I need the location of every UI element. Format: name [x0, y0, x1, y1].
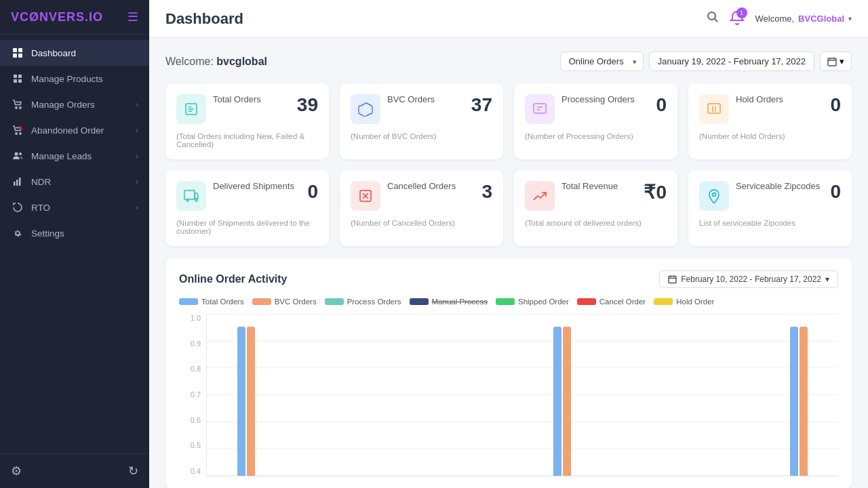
username-label: BVCGlobal	[798, 14, 844, 24]
y-axis-label: 0.8	[179, 365, 201, 373]
user-menu[interactable]: Welcome, BVCGlobal ▾	[755, 14, 852, 24]
stat-label-bvc-orders: BVC Orders	[387, 94, 471, 104]
stat-card-serviceable-zipcodes[interactable]: Serviceable Zipcodes 0 List of serviceab…	[688, 170, 852, 246]
legend-dot	[252, 298, 271, 305]
chart-date-button[interactable]: February 10, 2022 - February 17, 2022 ▾	[659, 270, 838, 288]
svg-rect-5	[18, 75, 22, 78]
sidebar-item-abandoned-order[interactable]: Abandoned Order ›	[0, 117, 149, 143]
legend-dot	[654, 298, 673, 305]
stat-card-cancelled-orders[interactable]: Cancelled Orders 3 (Number of Cancelled …	[340, 170, 503, 246]
manage-leads-icon	[11, 150, 24, 161]
chart-date-range-text: February 10, 2022 - February 17, 2022	[681, 274, 821, 284]
stat-card-delivered-shipments[interactable]: Delivered Shipments 0 (Number of Shipmen…	[165, 170, 329, 246]
sidebar-item-label: RTO	[31, 203, 136, 213]
sidebar-item-manage-leads[interactable]: Manage Leads ›	[0, 143, 149, 169]
ndr-arrow: ›	[136, 178, 138, 186]
footer-refresh-icon[interactable]: ↻	[128, 464, 138, 479]
sidebar: VCØNVERS.IO ☰ Dashboard Manage Products …	[0, 0, 149, 488]
svg-rect-7	[18, 79, 22, 83]
stat-card-top: Total Orders 39	[176, 94, 318, 124]
stat-value-total-orders: 39	[297, 94, 318, 116]
stats-grid: Total Orders 39 (Total Orders including …	[165, 83, 852, 246]
rto-arrow: ›	[136, 203, 138, 211]
chart-legend: Total OrdersBVC OrdersProcess OrdersManu…	[179, 298, 838, 306]
legend-dot	[325, 298, 344, 305]
y-axis-label: 0.9	[179, 340, 201, 348]
svg-point-8	[16, 107, 17, 108]
ndr-icon	[11, 176, 24, 187]
abandoned-order-icon	[11, 125, 24, 136]
stat-card-bvc-orders[interactable]: BVC Orders 37 (Number of BVC Orders)	[340, 83, 503, 159]
y-axis-label: 0.5	[179, 441, 201, 449]
hamburger-icon[interactable]: ☰	[127, 9, 138, 24]
svg-rect-3	[18, 54, 22, 58]
stat-value-processing-orders: 0	[656, 94, 667, 116]
order-type-select[interactable]: Online Orders All Orders	[560, 52, 644, 71]
sidebar-item-manage-orders[interactable]: Manage Orders ›	[0, 92, 149, 117]
welcome-username: bvcglobal	[216, 56, 267, 67]
order-type-dropdown[interactable]: Online Orders All Orders	[560, 52, 644, 71]
footer-settings-icon[interactable]: ⚙	[11, 464, 22, 479]
abandoned-order-arrow: ›	[136, 126, 138, 134]
manage-products-icon	[11, 73, 24, 84]
stat-icon-total-revenue	[525, 181, 555, 211]
stat-card-processing-orders[interactable]: Processing Orders 0 (Number of Processin…	[514, 83, 677, 159]
calendar-button[interactable]: ▾	[820, 52, 852, 71]
notification-bell[interactable]: 1	[730, 10, 745, 28]
date-range-display: January 19, 2022 - February 17, 2022	[649, 52, 814, 71]
legend-item: Manual Process	[410, 298, 488, 306]
legend-dot	[577, 298, 596, 305]
svg-rect-21	[828, 58, 836, 66]
sidebar-item-manage-products[interactable]: Manage Products	[0, 66, 149, 92]
sidebar-item-dashboard[interactable]: Dashboard	[0, 40, 149, 66]
svg-rect-34	[669, 276, 676, 283]
stat-icon-hold-orders	[699, 94, 729, 124]
stat-card-total-orders[interactable]: Total Orders 39 (Total Orders including …	[165, 83, 329, 159]
bar-group	[760, 314, 838, 476]
chart-area: 1.00.90.80.70.60.50.4	[179, 314, 838, 476]
stat-desc-delivered-shipments: (Number of Shipments delivered to the cu…	[176, 219, 318, 235]
search-icon[interactable]	[707, 11, 719, 26]
legend-item: Process Orders	[325, 298, 401, 306]
rto-icon	[11, 202, 24, 213]
y-axis-label: 0.6	[179, 416, 201, 424]
bar-bvc	[800, 327, 808, 476]
legend-label: Shipped Order	[518, 298, 569, 306]
stat-label-total-revenue: Total Revenue	[561, 181, 644, 191]
date-range-text: January 19, 2022 - February 17, 2022	[658, 56, 806, 66]
stat-desc-hold-orders: (Number of Hold Orders)	[699, 132, 841, 140]
svg-point-15	[19, 152, 22, 155]
legend-dot	[179, 298, 198, 305]
chart-y-axis: 1.00.90.80.70.60.50.4	[179, 314, 201, 476]
legend-label: Total Orders	[201, 298, 244, 306]
legend-item: Shipped Order	[496, 298, 569, 306]
stat-desc-serviceable-zipcodes: List of serviceable Zipcodes	[699, 219, 841, 227]
sidebar-item-rto[interactable]: RTO ›	[0, 195, 149, 220]
stat-icon-total-orders	[176, 94, 206, 124]
sidebar-item-label: Abandoned Order	[31, 125, 136, 136]
stat-card-top: Hold Orders 0	[699, 94, 841, 124]
svg-rect-27	[708, 104, 720, 113]
svg-line-20	[715, 19, 717, 22]
stat-card-total-revenue[interactable]: Total Revenue ₹0 (Total amount of delive…	[514, 170, 677, 246]
stat-icon-cancelled-orders	[351, 181, 380, 211]
stat-desc-total-revenue: (Total amount of delivered orders)	[525, 219, 667, 227]
sidebar-item-ndr[interactable]: NDR ›	[0, 169, 149, 195]
legend-label: Cancel Order	[599, 298, 646, 306]
bar-group	[365, 314, 443, 476]
svg-rect-6	[14, 79, 17, 83]
stat-icon-delivered-shipments	[176, 181, 206, 211]
stat-card-hold-orders[interactable]: Hold Orders 0 (Number of Hold Orders)	[688, 83, 852, 159]
svg-rect-16	[14, 182, 16, 186]
bar-group	[680, 314, 759, 476]
legend-label: Hold Order	[676, 298, 714, 306]
page-title: Dashboard	[165, 10, 243, 28]
user-dropdown-chevron: ▾	[848, 15, 852, 22]
stat-label-delivered-shipments: Delivered Shipments	[213, 181, 307, 191]
legend-item: BVC Orders	[252, 298, 317, 306]
sidebar-item-label: Settings	[31, 228, 138, 239]
bar-total	[553, 327, 561, 476]
sidebar-item-settings[interactable]: Settings	[0, 220, 149, 246]
stat-desc-processing-orders: (Number of Processing Orders)	[525, 132, 667, 140]
stat-value-bvc-orders: 37	[471, 94, 492, 116]
